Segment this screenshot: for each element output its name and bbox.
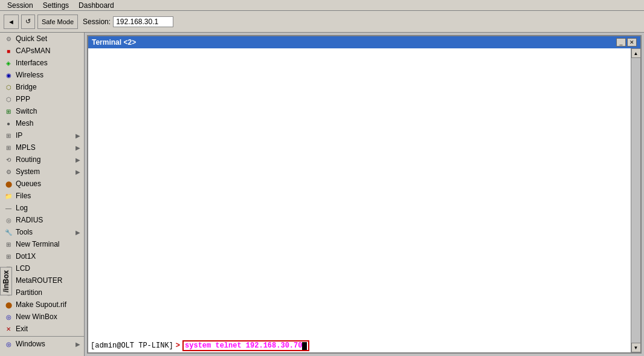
terminal-close-button[interactable]: ✕ [627, 38, 637, 47]
sidebar-label-capsman: CAPsMAN [16, 47, 50, 55]
sidebar-item-wireless[interactable]: ◉ Wireless [0, 69, 84, 81]
sidebar-item-new-winbox[interactable]: ◎ New WinBox [0, 311, 84, 323]
sidebar-item-quick-set[interactable]: ⚙ Quick Set [0, 33, 84, 45]
sidebar-label-wireless: Wireless [16, 71, 43, 79]
system-arrow: ▶ [76, 169, 80, 175]
tools-arrow: ▶ [76, 229, 80, 236]
terminal-minimize-button[interactable]: _ [616, 38, 626, 47]
tools-icon: 🔧 [4, 227, 13, 237]
terminal-input-line[interactable]: [admin@OLT TP-LINK] > system telnet 192.… [88, 339, 631, 352]
windows-arrow: ▶ [76, 341, 80, 348]
sidebar-label-files: Files [16, 192, 31, 200]
terminal-cursor [302, 342, 307, 350]
back-button[interactable]: ◄ [4, 15, 19, 29]
mpls-icon: ⊞ [4, 143, 13, 152]
session-label: Session: [83, 18, 111, 26]
terminal-output[interactable] [88, 48, 631, 339]
sidebar-item-exit[interactable]: ✕ Exit [0, 323, 84, 335]
log-icon: — [4, 203, 13, 213]
exit-icon: ✕ [4, 324, 13, 334]
new-winbox-icon: ◎ [4, 312, 13, 322]
sidebar-item-partition[interactable]: ◎ Partition [0, 286, 84, 299]
sidebar-label-tools: Tools [16, 228, 33, 236]
sidebar-item-files[interactable]: 📁 Files [0, 190, 84, 202]
sidebar-label-radius: RADIUS [16, 216, 43, 224]
sidebar-item-bridge[interactable]: ⬡ Bridge [0, 81, 84, 93]
menu-settings[interactable]: Settings [38, 1, 74, 10]
menubar: Session Settings Dashboard [0, 0, 644, 11]
terminal-window: Terminal <2> _ ✕ [admin@OLT TP-LINK] > [87, 35, 642, 354]
sidebar-label-new-terminal: New Terminal [16, 240, 59, 248]
sidebar-label-quick-set: Quick Set [16, 34, 47, 43]
sidebar-item-queues[interactable]: ⬤ Queues [0, 178, 84, 190]
menu-session[interactable]: Session [2, 1, 38, 10]
scroll-up-button[interactable]: ▲ [631, 48, 641, 58]
session-value: 192.168.30.1 [113, 16, 173, 27]
sidebar-label-routing: Routing [16, 155, 40, 164]
sidebar-label-mpls: MPLS [16, 143, 36, 152]
mesh-icon: ● [4, 118, 13, 128]
make-supout-icon: ⬤ [4, 300, 13, 309]
sidebar-label-exit: Exit [16, 325, 28, 333]
sidebar-label-make-supout: Make Supout.rif [16, 300, 66, 309]
quick-set-icon: ⚙ [4, 34, 13, 44]
sidebar-label-interfaces: Interfaces [16, 59, 48, 67]
safe-mode-button[interactable]: Safe Mode [37, 15, 78, 29]
sidebar-item-make-supout[interactable]: ⬤ Make Supout.rif [0, 299, 84, 311]
scroll-track [631, 58, 640, 343]
wireless-icon: ◉ [4, 70, 13, 80]
sidebar-item-windows[interactable]: ◎ Windows ▶ [0, 338, 84, 350]
sidebar-item-metarouter[interactable]: ⊞ MetaROUTER [0, 274, 84, 286]
toolbar: ◄ ↺ Safe Mode Session: 192.168.30.1 [0, 11, 644, 33]
sidebar-item-new-terminal[interactable]: ⊞ New Terminal [0, 238, 84, 250]
sidebar-item-lcd[interactable]: ⊟ LCD [0, 262, 84, 274]
system-icon: ⚙ [4, 167, 13, 176]
sidebar-item-switch[interactable]: ⊞ Switch [0, 105, 84, 117]
main-layout: ⚙ Quick Set ■ CAPsMAN ◈ Interfaces ◉ Wir… [0, 33, 644, 356]
ip-icon: ⊞ [4, 131, 13, 140]
routing-arrow: ▶ [76, 157, 80, 163]
capsman-icon: ■ [4, 46, 13, 56]
sidebar-item-interfaces[interactable]: ◈ Interfaces [0, 57, 84, 69]
menu-dashboard[interactable]: Dashboard [74, 1, 119, 10]
sidebar-label-system: System [16, 167, 40, 176]
sidebar-label-switch: Switch [16, 107, 37, 115]
content-area: Terminal <2> _ ✕ [admin@OLT TP-LINK] > [85, 33, 644, 356]
terminal-command-box: system telnet 192.168.30.70 [182, 340, 309, 351]
sidebar-item-ip[interactable]: ⊞ IP ▶ [0, 129, 84, 141]
sidebar-item-dot1x[interactable]: ⊞ Dot1X [0, 250, 84, 262]
sidebar-item-mesh[interactable]: ● Mesh [0, 117, 84, 129]
sidebar-item-tools[interactable]: 🔧 Tools ▶ [0, 226, 84, 238]
mpls-arrow: ▶ [76, 144, 80, 151]
ip-arrow: ▶ [76, 132, 80, 139]
sidebar-label-queues: Queues [16, 180, 41, 188]
interfaces-icon: ◈ [4, 58, 13, 68]
sidebar-label-partition: Partition [16, 288, 42, 297]
sidebar-label-mesh: Mesh [16, 119, 33, 128]
refresh-button[interactable]: ↺ [21, 15, 35, 29]
sidebar-item-mpls[interactable]: ⊞ MPLS ▶ [0, 141, 84, 154]
bridge-icon: ⬡ [4, 82, 13, 92]
sidebar-label-ip: IP [16, 131, 22, 140]
terminal-controls: _ ✕ [616, 38, 637, 47]
queues-icon: ⬤ [4, 179, 13, 189]
terminal-content: [admin@OLT TP-LINK] > system telnet 192.… [88, 48, 640, 352]
sidebar-label-metarouter: MetaROUTER [16, 276, 62, 285]
sidebar-item-system[interactable]: ⚙ System ▶ [0, 166, 84, 178]
sidebar-label-windows: Windows [16, 340, 45, 348]
winbox-label: /inBox [0, 267, 12, 296]
switch-icon: ⊞ [4, 106, 13, 116]
sidebar-item-ppp[interactable]: ⬡ PPP [0, 93, 84, 105]
sidebar-item-log[interactable]: — Log [0, 202, 84, 214]
terminal-arrow: > [176, 341, 180, 350]
terminal-scrollbar: ▲ ▼ [631, 48, 640, 352]
sidebar-item-capsman[interactable]: ■ CAPsMAN [0, 45, 84, 57]
scroll-down-button[interactable]: ▼ [631, 343, 641, 352]
sidebar-label-dot1x: Dot1X [16, 252, 36, 261]
sidebar-item-radius[interactable]: ◎ RADIUS [0, 214, 84, 226]
sidebar-item-routing[interactable]: ⟲ Routing ▶ [0, 154, 84, 166]
sidebar-label-ppp: PPP [16, 95, 30, 103]
sidebar-label-bridge: Bridge [16, 83, 37, 91]
files-icon: 📁 [4, 191, 13, 201]
terminal-title: Terminal <2> [92, 38, 136, 47]
